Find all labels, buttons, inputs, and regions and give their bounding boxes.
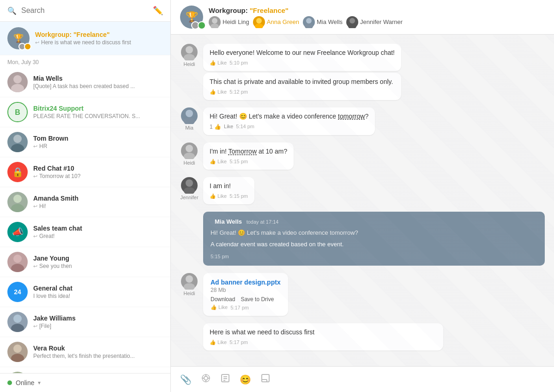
svg-point-28 xyxy=(186,145,193,152)
list-item[interactable]: 24 General chat I love this idea! xyxy=(0,277,170,307)
compose-icon[interactable]: ✏️ xyxy=(153,6,163,16)
sender-avatar xyxy=(181,177,198,194)
sender-avatar-col: Jennifer xyxy=(180,177,199,200)
list-item[interactable]: Amanda Smith ↩Hi! xyxy=(0,187,170,217)
like-button[interactable]: 👍 Like xyxy=(210,193,227,200)
bubble-column: Hi! Great! 😊 Let's make a video conferen… xyxy=(203,107,375,135)
sender-avatar xyxy=(181,107,198,124)
member-heidi: Heidi Ling xyxy=(209,16,249,28)
sticker-icon[interactable] xyxy=(260,373,271,386)
message-bubble: I'm in! Tomorrow at 10 am? 👍 Like 5:15 p… xyxy=(203,143,294,170)
message-bubble: I am in! 👍 Like 5:15 pm xyxy=(203,177,254,204)
quote-author: Mia Wells xyxy=(215,218,242,225)
chat-toolbar: 📎 😊 xyxy=(171,366,554,392)
svg-point-12 xyxy=(13,344,22,353)
messages-area: Heidi Hello everyone! Welcome to our new… xyxy=(171,35,554,366)
svg-point-10 xyxy=(13,315,22,323)
list-item[interactable]: Jake Williams ↩[File] xyxy=(0,307,170,337)
file-name[interactable]: Ad banner design.pptx xyxy=(211,279,281,286)
svg-point-4 xyxy=(13,135,22,143)
sender-avatar xyxy=(181,44,198,60)
message-bubble: Hi! Great! 😊 Let's make a video conferen… xyxy=(203,107,375,135)
message-meta: 👍 Like 5:12 pm xyxy=(210,89,395,95)
quoted-message: Mia Wells today at 17:14 Hi! Great! 😊 Le… xyxy=(203,212,545,266)
svg-point-19 xyxy=(255,24,263,28)
sender-label: Heidi xyxy=(183,61,195,67)
sender-label: Mia xyxy=(185,125,193,131)
file-meta: 👍 Like 5:17 pm xyxy=(211,304,281,310)
sender-avatar-col: Mia xyxy=(180,107,199,131)
like-button[interactable]: Like xyxy=(224,123,233,130)
group-info: Workgroup: "Freelance" Heidi Ling Anna G… xyxy=(209,6,403,28)
title-group: "Freelance" xyxy=(250,6,289,14)
svg-point-32 xyxy=(186,275,193,283)
mention-icon[interactable] xyxy=(201,373,211,386)
like-button[interactable]: 👍 Like xyxy=(210,158,227,165)
message-meta: 👍 Like 5:17 pm xyxy=(210,339,437,346)
list-item[interactable]: Mia Wells [Quote] A task has been create… xyxy=(0,67,170,97)
message-meta: 👍 Like 5:15 pm xyxy=(210,158,287,165)
list-item[interactable]: Jane Young ↩See you then xyxy=(0,247,170,277)
svg-point-20 xyxy=(306,18,312,24)
message-meta: 👍 Like 5:10 pm xyxy=(210,59,395,66)
like-button[interactable]: 👍 Like xyxy=(211,304,228,310)
member-avatar xyxy=(346,16,358,28)
member-avatar xyxy=(209,16,221,28)
emoji-icon[interactable]: 😊 xyxy=(240,374,251,385)
sender-label: Jennifer xyxy=(180,195,198,200)
file-size: 28 Mb xyxy=(211,287,281,293)
list-item[interactable]: Tom Brown ↩HR xyxy=(0,127,170,157)
list-item[interactable]: Vera Rouk Perfect them, let's finish the… xyxy=(0,337,170,367)
svg-point-30 xyxy=(186,179,193,187)
message-row: Jennifer I am in! 👍 Like 5:15 pm xyxy=(180,177,545,204)
list-item[interactable]: Caroline Simon ↩[File] xyxy=(0,367,170,373)
search-bar: 🔍 ✏️ xyxy=(0,0,170,22)
status-dropdown-icon[interactable]: ▾ xyxy=(38,380,41,386)
member-mia: Mia Wells xyxy=(303,16,343,28)
list-item[interactable]: B Bitrix24 Support PLEASE RATE THE CONVE… xyxy=(0,97,170,127)
list-item[interactable]: 📣 Sales team chat ↩Great! xyxy=(0,217,170,247)
bubble-column: I am in! 👍 Like 5:15 pm xyxy=(203,177,254,204)
svg-point-17 xyxy=(211,24,219,28)
message-bubble: Hello everyone! Welcome to our new Freel… xyxy=(203,44,401,71)
title-prefix: Workgroup: xyxy=(209,6,248,14)
quoted-block-row: Mia Wells today at 17:14 Hi! Great! 😊 Le… xyxy=(203,212,545,266)
svg-point-6 xyxy=(13,195,22,203)
save-to-drive-button[interactable]: Save to Drive xyxy=(241,296,274,303)
sidebar-bottom: Online ▾ xyxy=(0,373,170,392)
attach-icon[interactable]: 📎 xyxy=(180,374,192,385)
active-chat-preview: ↩ Here is what we need to discuss first xyxy=(35,39,163,46)
quote-body: Hi! Great! 😊 Let's make a video conferen… xyxy=(211,228,537,238)
sender-avatar-col: Heidi xyxy=(180,44,199,67)
format-icon[interactable] xyxy=(220,373,230,386)
svg-point-5 xyxy=(11,144,24,152)
quote-time: today at 17:14 xyxy=(247,219,279,225)
online-indicator xyxy=(7,380,12,385)
chat-header: 🏆 Workgroup: "Freelance" Heidi Ling xyxy=(171,0,554,35)
svg-text:B: B xyxy=(15,108,20,116)
sender-avatar-col: Heidi xyxy=(180,143,199,166)
svg-point-0 xyxy=(13,75,22,83)
like-button[interactable]: 👍 Like xyxy=(210,89,227,95)
active-chat-info: Workgroup: "Freelance" ↩ Here is what we… xyxy=(35,31,163,46)
reply-icon: ↩ xyxy=(35,40,39,46)
sender-avatar xyxy=(181,273,198,290)
svg-point-9 xyxy=(11,264,24,272)
status-label: Online xyxy=(16,379,34,386)
svg-point-29 xyxy=(184,153,195,159)
search-input[interactable] xyxy=(21,6,148,15)
sender-label: Heidi xyxy=(183,160,195,166)
sender-label: Heidi xyxy=(183,291,195,296)
date-label: Mon, July 30 xyxy=(0,55,170,67)
member-avatar xyxy=(253,16,265,28)
list-item[interactable]: 🔒 Red Chat #10 ↩Tomorrow at 10? xyxy=(0,157,170,187)
like-button[interactable]: 👍 Like xyxy=(210,339,227,346)
download-button[interactable]: Download xyxy=(211,296,235,303)
member-anna: Anna Green xyxy=(253,16,299,28)
svg-point-27 xyxy=(184,118,195,124)
svg-point-18 xyxy=(256,18,262,24)
svg-point-25 xyxy=(184,54,195,60)
active-chat-item[interactable]: 🏆 Workgroup: "Freelance" ↩ Here is what … xyxy=(0,22,170,55)
svg-point-11 xyxy=(11,324,24,332)
like-button[interactable]: 👍 Like xyxy=(210,59,227,66)
